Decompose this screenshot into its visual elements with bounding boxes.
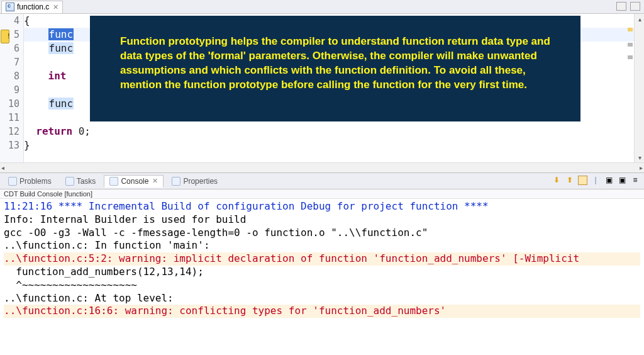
close-icon[interactable]: ✕ [152,177,158,185]
horizontal-scrollbar[interactable]: ◂ ▸ [0,162,644,172]
divider-icon: | [591,175,601,185]
tab-properties[interactable]: Properties [166,175,223,188]
editor-window-controls [616,2,640,11]
minimize-button[interactable] [616,2,626,11]
code-body: 4 5 6 7 8 9 10 11 12 13 { func func int … [0,14,644,162]
console-line-warning: ..\function.c:16:6: warning: conflicting… [4,305,640,318]
console-title: CDT Build Console [function] [0,189,644,199]
console-line-warning: ..\function.c:5:2: warning: implicit dec… [4,252,640,266]
console-line: gcc -O0 -g3 -Wall -c -fmessage-length=0 … [4,227,640,240]
menu-icon[interactable]: ≡ [630,175,640,185]
c-file-icon [6,3,14,11]
panel-toolbar: ⬇ ⬆ | ▣ ▣ ≡ [552,175,640,185]
tooltip-overlay: Function prototyping helps the compiler … [90,16,580,121]
tab-console[interactable]: Console ✕ [104,175,164,188]
problems-icon [8,177,17,186]
scroll-down-icon[interactable]: ▾ [635,152,644,162]
pin-icon[interactable] [578,176,587,185]
tab-problems[interactable]: Problems [3,175,57,188]
arrow-up-icon[interactable]: ⬆ [565,175,575,185]
display-icon[interactable]: ▣ [604,175,614,185]
tab-tasks[interactable]: Tasks [60,175,102,188]
line-number-gutter: 4 5 6 7 8 9 10 11 12 13 [0,14,24,162]
overview-occurrence-mark[interactable] [628,55,633,59]
scroll-up-icon[interactable]: ▴ [635,14,644,24]
tasks-icon [65,177,74,186]
editor-tab-function-c[interactable]: function.c ✕ [1,1,63,13]
panel-tab-row: Problems Tasks Console ✕ Properties ⬇ ⬆ … [0,173,644,189]
console-line: 11:21:16 **** Incremental Build of confi… [4,200,640,213]
console-line: Info: Internal Builder is used for build [4,213,640,227]
scroll-left-icon[interactable]: ◂ [1,164,4,171]
scroll-right-icon[interactable]: ▸ [640,164,643,171]
warning-marker-icon[interactable] [1,30,9,43]
selected-text: func [48,28,74,40]
tab-filename: function.c [17,3,49,11]
console-output[interactable]: 11:21:16 **** Incremental Build of confi… [0,199,644,355]
overview-warning-mark[interactable] [628,28,633,31]
console-line: ..\function.c: In function 'main': [4,239,640,252]
bottom-panel: Problems Tasks Console ✕ Properties ⬇ ⬆ … [0,172,644,355]
editor-area: function.c ✕ 4 5 6 7 8 9 10 11 12 13 { f… [0,0,644,172]
vertical-scrollbar[interactable]: ▴ ▾ [634,14,644,162]
console-line: ..\function.c: At top level: [4,292,640,305]
code-text[interactable]: { func func int func return 0; } Functio… [24,14,644,162]
console-line: ^~~~~~~~~~~~~~~~~~~~ [4,279,640,292]
console-icon [109,177,118,186]
display-icon[interactable]: ▣ [617,175,627,185]
close-icon[interactable]: ✕ [53,3,58,11]
maximize-button[interactable] [630,2,640,11]
console-line: function_add_numbers(12,13,14); [4,266,640,279]
arrow-down-icon[interactable]: ⬇ [552,175,562,185]
overview-occurrence-mark[interactable] [628,43,633,47]
editor-tab-row: function.c ✕ [0,0,644,14]
properties-icon [172,177,180,186]
